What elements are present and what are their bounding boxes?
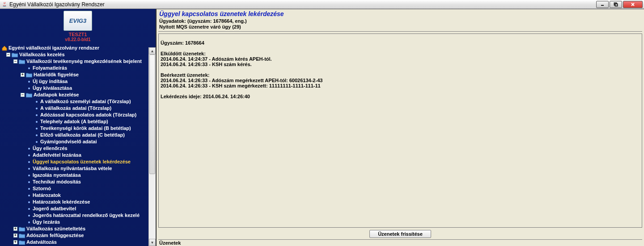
tree-hataridok[interactable]: + Határidők figyelése xyxy=(2,71,156,78)
tree-label: Vállalkozás kezelés xyxy=(19,51,65,58)
bullet-icon xyxy=(36,121,38,123)
tree-item[interactable]: Jogerő adatbevitel xyxy=(2,205,156,212)
scroll-down-button[interactable]: ▼ xyxy=(149,239,156,246)
expand-icon[interactable]: + xyxy=(21,73,25,77)
bullet-icon xyxy=(36,141,38,143)
tree-item[interactable]: A vállalkozás adatai (Törzslap) xyxy=(2,105,156,112)
tree-item[interactable]: Határozatok xyxy=(2,192,156,199)
received-line: 2014.06.24. 14:26:33 - KSH szám megérkez… xyxy=(161,83,321,88)
tree-item[interactable]: Sztornó xyxy=(2,185,156,192)
tree-label: Adózással kapcsolatos adatok (Törzslap) xyxy=(40,112,136,118)
sent-line: 2014.06.24. 14:26:33 - KSH szám kérés. xyxy=(161,62,252,67)
scroll-up-button[interactable]: ▲ xyxy=(149,47,156,54)
tree-adatvaltozas[interactable]: + Adatváltozás xyxy=(2,239,156,246)
scroll-track[interactable] xyxy=(149,54,156,239)
tree-label: Gyám/gondviselő adatai xyxy=(40,138,97,145)
tree-label: Határozatok lekérdezése xyxy=(33,199,90,205)
bullet-icon xyxy=(28,195,30,196)
collapse-icon[interactable]: − xyxy=(21,93,25,97)
tree-item[interactable]: Ügy lezárás xyxy=(2,219,156,225)
minimize-button[interactable] xyxy=(596,1,609,8)
tree-label: Ügy lezárás xyxy=(33,219,60,225)
tree-label: Adatlapok kezelése xyxy=(34,92,79,98)
tree-item[interactable]: A vállalkozó személyi adatai (Törzslap) xyxy=(2,98,156,105)
tree-tev-megkezd[interactable]: − Vállalkozói tevékenység megkezdésének … xyxy=(2,58,156,65)
tree-adatlapok[interactable]: − Adatlapok kezelése xyxy=(2,92,156,98)
window-title: Egyéni Vállalkozói Igazolvány Rendszer xyxy=(9,1,596,8)
received-line: 2014.06.24. 14:26:33 - Adószám megérkeze… xyxy=(161,78,322,83)
tree-label: Sztornó xyxy=(33,185,51,192)
query-time: Lekérdezés ideje: 2014.06.24. 14:26:40 xyxy=(161,94,250,99)
folder-open-icon xyxy=(19,59,25,64)
tree-uj-ugy[interactable]: Új ügy indítása xyxy=(2,78,156,85)
version-label-1: TESZT1 xyxy=(0,32,156,37)
tree-item[interactable]: Telephely adatok (A betétlap) xyxy=(2,118,156,125)
titlebar: Egyéni Vállalkozói Igazolvány Rendszer xyxy=(0,0,644,9)
tree-label: Jogerő adatbevitel xyxy=(33,205,76,212)
tree-label: Adószám felfüggesztése xyxy=(26,232,84,239)
svg-rect-2 xyxy=(615,4,618,6)
maximize-button[interactable] xyxy=(610,1,622,8)
sidebar-scrollbar[interactable]: ▲ ▼ xyxy=(148,47,156,246)
folder-icon xyxy=(19,226,25,232)
tree-ugy-kivalasztasa[interactable]: Ügy kiválasztása xyxy=(2,85,156,92)
expand-icon[interactable]: + xyxy=(13,240,17,244)
tree-folyamatleiras[interactable]: Folyamatleírás xyxy=(2,65,156,71)
button-row: Üzenetek frissítése xyxy=(157,230,644,238)
tree-adoszam-felf[interactable]: + Adószám felfüggesztése xyxy=(2,232,156,239)
tree-label: Tevékenységi körök adatai (B betétlap) xyxy=(40,125,131,132)
received-label: Beérkezett üzenetek: xyxy=(161,72,209,78)
folder-icon xyxy=(26,72,32,78)
tree-vallalkozas-kezeles[interactable]: − Vállalkozás kezelés xyxy=(2,51,156,58)
bullet-icon xyxy=(28,215,30,217)
bullet-icon xyxy=(28,208,30,210)
bullet-icon xyxy=(28,81,30,83)
bullet-icon xyxy=(28,221,30,223)
tree-vall-szunet[interactable]: + Vállalkozás szüneteltetés xyxy=(2,225,156,232)
sidebar: EVIG3 TESZT1 v8.22.0-bld1 Egyéni vállalk… xyxy=(0,9,157,246)
tree-item[interactable]: Gyám/gondviselő adatai xyxy=(2,138,156,145)
scroll-thumb[interactable] xyxy=(149,54,155,174)
tree-label: Határidők figyelése xyxy=(34,71,79,78)
tree-root-label: Egyéni vállalkozói igazolvány rendszer xyxy=(8,45,99,51)
sent-label: Elküldött üzenetek: xyxy=(161,51,206,56)
tree-label: Előző vállalkozás adatai (C betétlap) xyxy=(40,132,125,138)
tree-label: Vállalkozás nyilvántartásba vétele xyxy=(33,165,112,172)
messages-section-label: Üzenetek xyxy=(157,240,644,246)
java-icon xyxy=(1,1,8,8)
folder-icon xyxy=(19,233,25,238)
tree-label: A vállalkozás adatai (Törzslap) xyxy=(40,105,111,112)
bullet-icon xyxy=(28,201,30,203)
tree-item-active[interactable]: Üggyel kapcsolatos üzenetek lekérdezése xyxy=(2,158,156,165)
collapse-icon[interactable]: − xyxy=(13,59,17,63)
tree-label: Vállalkozói tevékenység megkezdésének be… xyxy=(26,58,142,65)
tree-item[interactable]: Tevékenységi körök adatai (B betétlap) xyxy=(2,125,156,132)
expand-icon[interactable]: + xyxy=(13,227,17,231)
bullet-icon xyxy=(28,88,30,89)
tree-item[interactable]: Határozatok lekérdezése xyxy=(2,199,156,205)
tree-item[interactable]: Igazolás nyomtatása xyxy=(2,172,156,179)
tree-label: Telephely adatok (A betétlap) xyxy=(40,118,108,125)
expand-icon[interactable]: + xyxy=(13,233,17,238)
case-info: Ügyadatok: (ügyszám: 1678664, eng.) xyxy=(159,18,641,24)
tree-item[interactable]: Előző vállalkozás adatai (C betétlap) xyxy=(2,132,156,138)
close-button[interactable] xyxy=(623,1,643,8)
folder-icon xyxy=(19,240,25,245)
msg-ugyszam: Ügyszám: 1678664 xyxy=(161,40,204,46)
bullet-icon xyxy=(28,67,30,69)
collapse-icon[interactable]: − xyxy=(6,53,10,57)
tree-root[interactable]: Egyéni vállalkozói igazolvány rendszer xyxy=(2,45,156,51)
message-panel: Ügyszám: 1678664 Elküldött üzenetek: 201… xyxy=(158,33,642,228)
version-label-2: v8.22.0-bld1 xyxy=(0,37,156,42)
tree-item[interactable]: Jogerős határozattal rendelkező ügyek ke… xyxy=(2,212,156,219)
tree-item[interactable]: Adatfelvétel lezárása xyxy=(2,152,156,158)
nav-tree[interactable]: Egyéni vállalkozói igazolvány rendszer −… xyxy=(0,44,156,246)
bullet-icon xyxy=(36,128,38,129)
tree-item[interactable]: Vállalkozás nyilvántartásba vétele xyxy=(2,165,156,172)
tree-item[interactable]: Adózással kapcsolatos adatok (Törzslap) xyxy=(2,112,156,118)
content-area: Üggyel kapcsolatos üzenetek lekérdezése … xyxy=(157,9,644,246)
refresh-messages-button[interactable]: Üzenetek frissítése xyxy=(369,230,431,238)
tree-item[interactable]: Technikai módosítás xyxy=(2,179,156,185)
tree-item[interactable]: Ügy ellenőrzés xyxy=(2,145,156,152)
bullet-icon xyxy=(36,114,38,116)
